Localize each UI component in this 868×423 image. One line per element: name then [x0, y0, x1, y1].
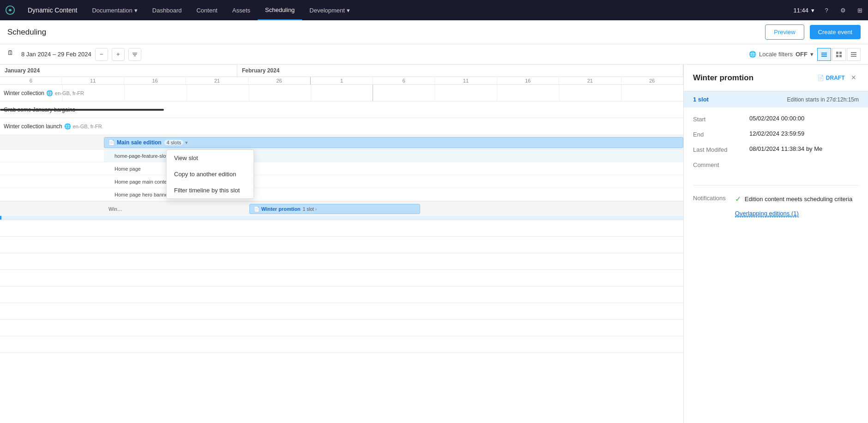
slot-row-hero-banner: Home page hero banner — [0, 188, 683, 201]
nav-documentation[interactable]: Documentation ▾ — [84, 0, 145, 20]
notifications-section: Notifications ✓ Edition content meets sc… — [684, 187, 868, 225]
row-winter-collection: Winter collection 🌐 en-GB, fr-FR — [0, 85, 683, 101]
empty-row-8 — [0, 336, 683, 353]
edition-fields: Start 05/02/2024 00:00:00 End 12/02/2024… — [684, 107, 868, 183]
main-sale-edition-bar[interactable]: 📄 Main sale edition 4 slots ▾ — [104, 137, 683, 148]
increase-range-button[interactable]: + — [112, 48, 125, 61]
nav-scheduling[interactable]: Scheduling — [258, 0, 302, 20]
slot-count-label: 1 slot — [693, 96, 709, 103]
row-winter-launch-group: Winter collection launch 🌐 en-GB, fr-FR … — [0, 118, 683, 220]
day-1-feb: 1 — [310, 77, 373, 84]
nav-dashboard[interactable]: Dashboard — [145, 0, 189, 20]
help-button[interactable]: ? — [818, 2, 835, 18]
svg-rect-8 — [839, 52, 842, 54]
svg-rect-4 — [821, 53, 827, 54]
create-event-button[interactable]: Create event — [810, 25, 861, 39]
svg-rect-7 — [836, 52, 838, 54]
scheduling-toolbar: 🗓 8 Jan 2024 – 29 Feb 2024 − + 🌐 Locale … — [0, 44, 868, 65]
panel-title: Winter promtion — [693, 73, 814, 83]
winter-launch-label: Winter collection launch 🌐 en-GB, fr-FR — [0, 118, 106, 135]
ctx-copy-edition[interactable]: Copy to another edition — [167, 166, 253, 182]
overlapping-editions-link[interactable]: Overlapping editions (1) — [735, 210, 799, 217]
field-comment: Comment — [693, 161, 859, 168]
main-sale-edition-bar-row: 📄 Main sale edition 4 slots ▾ — [0, 135, 683, 149]
slot-countdown: Edition starts in 27d:12h:15m — [787, 96, 859, 103]
notification-item: ✓ Edition content meets scheduling crite… — [735, 195, 852, 203]
ctx-filter-timeline[interactable]: Filter timeline by this slot — [167, 182, 253, 198]
empty-row-2 — [0, 237, 683, 253]
preview-button[interactable]: Preview — [765, 24, 804, 40]
day-21-feb: 21 — [559, 77, 621, 84]
active-row — [0, 216, 683, 220]
empty-row-6 — [0, 303, 683, 320]
svg-rect-11 — [851, 52, 856, 53]
winter-promtion-row: Win… 📄 Winter promtion 1 slot › — [0, 201, 683, 216]
empty-row-3 — [0, 253, 683, 270]
nav-development[interactable]: Development ▾ — [302, 0, 357, 20]
empty-row-4 — [0, 270, 683, 286]
nav-content[interactable]: Content — [189, 0, 225, 20]
nav-assets[interactable]: Assets — [225, 0, 258, 20]
nav-app-title: Dynamic Content — [20, 0, 84, 20]
month-february: February 2024 — [237, 65, 683, 77]
winter-collection-label: Winter collection 🌐 en-GB, fr-FR — [0, 85, 88, 101]
slot-row-main-content: Home page main content — [0, 175, 683, 188]
timeline-rows: Winter collection 🌐 en-GB, fr-FR Grab so… — [0, 85, 683, 418]
svg-rect-9 — [836, 55, 838, 57]
grid-view-button[interactable] — [832, 48, 846, 61]
filter-button[interactable] — [128, 48, 141, 61]
date-range: 8 Jan 2024 – 29 Feb 2024 — [21, 51, 91, 58]
locale-filter: 🌐 Locale filters OFF ▾ — [749, 51, 814, 58]
list-view-button[interactable] — [847, 48, 861, 61]
current-time: 11:44 ▾ — [790, 7, 818, 14]
settings-button[interactable]: ⚙ — [835, 2, 851, 18]
row-january-bargains: Grab some January bargains — [0, 101, 683, 118]
ctx-view-slot[interactable]: View slot — [167, 150, 253, 166]
day-26-feb: 26 — [621, 77, 683, 84]
field-end: End 12/02/2024 23:59:59 — [693, 130, 859, 138]
day-16-feb: 16 — [497, 77, 559, 84]
decrease-range-button[interactable]: − — [95, 48, 108, 61]
panel-divider — [693, 185, 859, 185]
svg-rect-5 — [821, 54, 827, 55]
day-11-jan: 11 — [62, 77, 124, 84]
row-winter-launch: Winter collection launch 🌐 en-GB, fr-FR — [0, 118, 683, 135]
svg-rect-10 — [839, 55, 842, 57]
page-title: Scheduling — [7, 28, 46, 37]
day-16-jan: 16 — [124, 77, 186, 84]
field-start: Start 05/02/2024 00:00:00 — [693, 115, 859, 123]
timeline-area: January 2024 February 2024 6 11 16 21 26… — [0, 65, 683, 423]
slot-info-bar: 1 slot Edition starts in 27d:12h:15m — [684, 91, 868, 107]
svg-rect-6 — [821, 56, 827, 57]
page-header: Scheduling Preview Create event — [0, 20, 868, 44]
month-january: January 2024 — [0, 65, 237, 77]
svg-rect-12 — [851, 54, 856, 55]
main-content: January 2024 February 2024 6 11 16 21 26… — [0, 65, 868, 423]
field-last-modified: Last Modifed 08/01/2024 11:38:34 by Me — [693, 145, 859, 153]
grid-lines — [0, 85, 683, 101]
day-6-feb: 6 — [373, 77, 435, 84]
day-6-jan: 6 — [0, 77, 62, 84]
right-panel-header: Winter promtion 📄 DRAFT × — [684, 65, 868, 91]
context-menu: View slot Copy to another edition Filter… — [166, 149, 254, 199]
empty-row-1 — [0, 220, 683, 237]
svg-rect-13 — [851, 56, 856, 57]
calendar-days-header: 6 11 16 21 26 1 6 11 16 21 26 — [0, 77, 683, 85]
app-logo — [0, 0, 20, 20]
january-bargains-label: Grab some January bargains — [0, 101, 79, 118]
winter-promtion-edition-bar[interactable]: 📄 Winter promtion 1 slot › — [249, 204, 420, 214]
apps-button[interactable]: ⊞ — [851, 2, 868, 18]
notifications-label: Notifications — [693, 195, 726, 213]
day-21-jan: 21 — [186, 77, 248, 84]
check-icon: ✓ — [735, 195, 741, 203]
day-11-feb: 11 — [435, 77, 497, 84]
top-navigation: Dynamic Content Documentation ▾ Dashboar… — [0, 0, 868, 20]
empty-row-7 — [0, 320, 683, 336]
calendar-icon[interactable]: 🗓 — [7, 49, 18, 60]
view-mode-buttons — [817, 48, 861, 61]
right-panel: Winter promtion 📄 DRAFT × 1 slot Edition… — [683, 65, 868, 423]
day-26-jan: 26 — [248, 77, 310, 84]
timeline-view-button[interactable] — [817, 48, 831, 61]
draft-badge: 📄 DRAFT — [817, 75, 845, 81]
close-panel-button[interactable]: × — [848, 72, 859, 83]
